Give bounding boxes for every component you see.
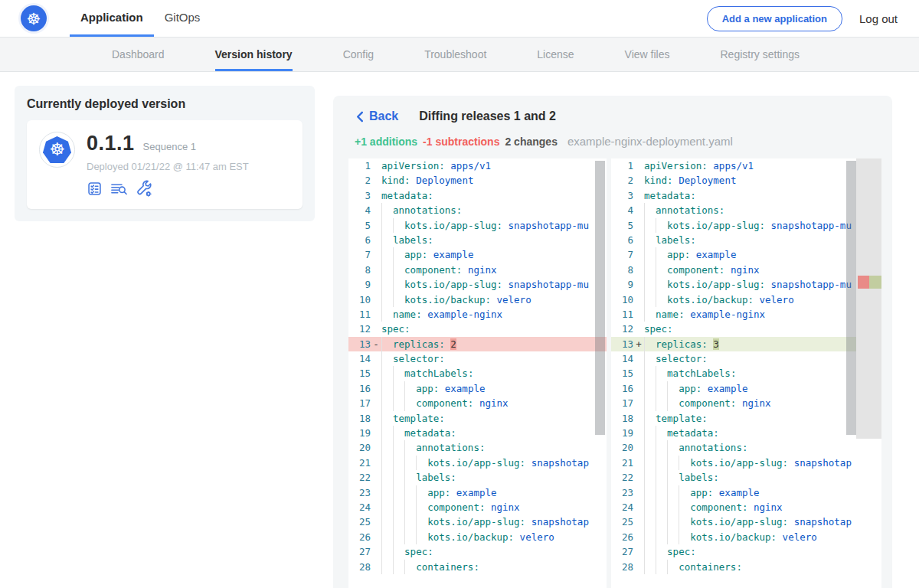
code-line: 9kots.io/app-slug: snapshotapp-mu — [348, 277, 607, 292]
code-line: 28containers: — [348, 560, 607, 574]
code-line: 19metadata: — [348, 426, 607, 440]
code-line: 1apiVersion: apps/v1 — [348, 158, 607, 173]
code-line: 13+replicas: 3 — [611, 337, 881, 351]
ruler-removed-marker — [858, 276, 869, 289]
code-line: 17component: nginx — [348, 396, 607, 410]
code-line: 2kind: Deployment — [348, 173, 607, 188]
back-link[interactable]: Back — [356, 109, 398, 123]
helm-wheel-icon: ☸ — [27, 11, 41, 27]
diff-stats: +1 additions -1 subtractions 2 changes e… — [355, 135, 733, 148]
helm-wheel-icon: ☸ — [49, 141, 65, 158]
code-line: 23app: example — [348, 485, 607, 500]
code-line: 8component: nginx — [348, 263, 607, 277]
code-line: 4annotations: — [348, 203, 607, 217]
diff-title: Diffing releases 1 and 2 — [419, 109, 556, 123]
code-line: 24component: nginx — [348, 500, 607, 514]
code-line: 13-replicas: 2 — [348, 337, 607, 351]
code-line: 15matchLabels: — [611, 366, 881, 381]
deployed-version-row: ☸ 0.1.1 Sequence 1 Deployed 01/21/22 @ 1… — [27, 120, 303, 209]
code-line: 14selector: — [348, 351, 607, 366]
code-line: 6labels: — [611, 233, 881, 247]
wrench-config-icon[interactable] — [136, 180, 153, 198]
code-line: 24component: nginx — [611, 500, 881, 514]
sequence-label: Sequence 1 — [143, 141, 196, 152]
navbar-actions: Add a new application Log out — [707, 0, 898, 37]
code-line: 18template: — [348, 411, 607, 426]
diff-panes: 1apiVersion: apps/v12kind: Deployment3me… — [348, 158, 881, 588]
top-tabs: Application GitOps — [70, 0, 211, 37]
code-line: 8component: nginx — [611, 263, 881, 277]
code-line: 11name: example-nginx — [348, 307, 607, 322]
code-line: 4annotations: — [611, 203, 881, 217]
deployed-timestamp: Deployed 01/21/22 @ 11:47 am EST — [87, 161, 249, 172]
deploy-logs-icon[interactable] — [110, 181, 129, 197]
changes-count: 2 changes — [505, 136, 557, 148]
ruler-added-marker — [869, 276, 881, 289]
code-line: 23app: example — [611, 485, 881, 500]
logout-link[interactable]: Log out — [859, 12, 898, 25]
subtractions-count: -1 subtractions — [423, 136, 499, 148]
code-line: 15matchLabels: — [348, 366, 607, 381]
code-line: 3metadata: — [348, 188, 607, 203]
code-line: 9kots.io/app-slug: snapshotapp-mu — [611, 277, 881, 292]
subtab-version-history[interactable]: Version history — [215, 38, 293, 71]
version-action-icons — [87, 180, 249, 198]
back-label: Back — [369, 109, 398, 123]
code-line: 5kots.io/app-slug: snapshotapp-mu — [348, 218, 607, 233]
tab-gitops-label: GitOps — [165, 11, 201, 24]
add-application-button[interactable]: Add a new application — [707, 6, 842, 31]
subtab-registry-settings[interactable]: Registry settings — [720, 38, 799, 71]
code-line: 10kots.io/backup: velero — [611, 292, 881, 307]
subtab-license[interactable]: License — [537, 38, 574, 71]
code-line: 22labels: — [348, 470, 607, 485]
scrollbar-thumb[interactable] — [846, 161, 856, 435]
code-line: 10kots.io/backup: velero — [348, 292, 607, 307]
code-line: 20annotations: — [611, 440, 881, 455]
main-content: Currently deployed version ☸ 0.1.1 Seque… — [0, 72, 919, 588]
code-line: 25kots.io/app-slug: snapshotap — [348, 514, 607, 529]
code-line: 1apiVersion: apps/v1 — [611, 158, 881, 173]
code-line: 3metadata: — [611, 188, 881, 203]
code-line: 11name: example-nginx — [611, 307, 881, 322]
code-line: 7app: example — [348, 247, 607, 262]
card-title: Currently deployed version — [27, 97, 303, 111]
code-line: 21kots.io/app-slug: snapshotap — [348, 456, 607, 470]
scrollbar-thumb[interactable] — [595, 161, 605, 435]
code-line: 5kots.io/app-slug: snapshotapp-mu — [611, 218, 881, 233]
tab-application[interactable]: Application — [70, 0, 154, 37]
code-line: 20annotations: — [348, 440, 607, 455]
code-line: 6labels: — [348, 233, 607, 247]
tab-application-label: Application — [80, 11, 143, 24]
code-line: 19metadata: — [611, 426, 881, 440]
diff-pane-modified: 1apiVersion: apps/v12kind: Deployment3me… — [611, 158, 881, 588]
code-line: 14selector: — [611, 351, 881, 366]
top-navbar: ☸ Application GitOps Add a new applicati… — [0, 0, 919, 37]
code-line: 12spec: — [348, 322, 607, 336]
chevron-left-icon — [356, 111, 364, 122]
code-line: 7app: example — [611, 247, 881, 262]
code-line: 27spec: — [348, 544, 607, 559]
diff-overview-ruler — [856, 158, 881, 439]
code-line: 2kind: Deployment — [611, 173, 881, 188]
subtab-troubleshoot[interactable]: Troubleshoot — [424, 38, 486, 71]
currently-deployed-card: Currently deployed version ☸ 0.1.1 Seque… — [15, 86, 315, 221]
code-line: 21kots.io/app-slug: snapshotap — [611, 456, 881, 470]
diff-pane-original: 1apiVersion: apps/v12kind: Deployment3me… — [348, 158, 607, 588]
code-line: 28containers: — [611, 560, 881, 574]
code-line: 12spec: — [611, 322, 881, 336]
subtab-dashboard[interactable]: Dashboard — [112, 38, 165, 71]
subtab-view-files[interactable]: View files — [625, 38, 670, 71]
app-subnav: Dashboard Version history Config Trouble… — [0, 37, 919, 72]
diff-filename: example-nginx-deployment.yaml — [567, 135, 733, 148]
code-line: 26kots.io/backup: velero — [348, 530, 607, 544]
code-line: 17component: nginx — [611, 396, 881, 410]
diff-card: Back Diffing releases 1 and 2 +1 additio… — [333, 96, 892, 588]
code-line: 22labels: — [611, 470, 881, 485]
additions-count: +1 additions — [355, 136, 417, 148]
preflight-checks-icon[interactable] — [87, 181, 103, 197]
tab-gitops[interactable]: GitOps — [154, 0, 211, 37]
code-line: 16app: example — [611, 381, 881, 396]
subtab-config[interactable]: Config — [343, 38, 374, 71]
code-line: 18template: — [611, 411, 881, 426]
code-line: 26kots.io/backup: velero — [611, 530, 881, 544]
